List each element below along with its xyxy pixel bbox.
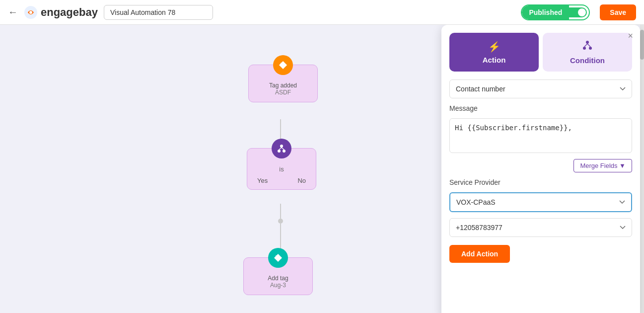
condition-is-label: is <box>257 165 306 173</box>
tag-added-sublabel: ASDF <box>257 89 309 96</box>
panel-close-button[interactable]: × <box>628 31 633 41</box>
yes-branch-label: Yes <box>257 177 268 184</box>
save-button[interactable]: Save <box>600 4 636 20</box>
panel-tabs: ⚡ Action Condition <box>441 25 640 72</box>
tab-action[interactable]: ⚡ Action <box>449 33 539 72</box>
add-tag-node[interactable]: Add tag Aug-3 <box>243 257 313 295</box>
tag-added-node[interactable]: Tag added ASDF <box>248 65 318 102</box>
add-tag-label: Add tag <box>252 275 304 282</box>
header: ← engagebay Published Save <box>0 0 644 25</box>
message-textarea[interactable]: Hi {{Subscriber.firstname}}, <box>449 118 632 153</box>
action-icon: ⚡ <box>488 41 501 53</box>
condition-node[interactable]: is Yes No <box>247 148 316 190</box>
svg-point-10 <box>280 145 283 148</box>
condition-tab-icon <box>582 40 593 53</box>
action-panel: × ⚡ Action Condition <box>441 25 640 313</box>
no-branch-label: No <box>297 177 306 184</box>
scrollbar-thumb <box>640 30 644 60</box>
logo-icon <box>24 5 38 19</box>
scrollbar-track[interactable] <box>640 25 644 313</box>
published-toggle[interactable] <box>569 7 587 17</box>
svg-point-12 <box>283 150 286 153</box>
back-button[interactable]: ← <box>8 6 18 18</box>
svg-line-19 <box>584 44 587 47</box>
svg-point-11 <box>278 150 281 153</box>
svg-point-1 <box>29 11 32 14</box>
add-tag-sublabel: Aug-3 <box>252 282 304 289</box>
automation-title-input[interactable] <box>104 5 213 20</box>
merge-fields-button[interactable]: Merge Fields ▼ <box>573 159 632 172</box>
tab-action-label: Action <box>483 56 506 64</box>
svg-point-18 <box>589 47 592 50</box>
contact-number-select[interactable]: Contact number Phone Mobile <box>449 79 632 98</box>
service-provider-label: Service Provider <box>449 178 632 186</box>
tag-added-icon <box>273 55 293 75</box>
canvas: + Tag added ASDF is <box>0 25 644 313</box>
add-tag-icon <box>268 248 288 268</box>
add-action-button[interactable]: Add Action <box>449 245 510 263</box>
condition-icon <box>272 139 291 158</box>
merge-fields-label: Merge Fields ▼ <box>580 162 626 169</box>
svg-point-15 <box>276 255 277 257</box>
tab-condition[interactable]: Condition <box>543 33 632 72</box>
toggle-knob <box>578 8 586 16</box>
logo-text: engagebay <box>41 6 98 19</box>
logo: engagebay <box>24 5 98 19</box>
svg-line-20 <box>587 44 590 47</box>
svg-line-13 <box>279 148 282 150</box>
svg-point-9 <box>281 63 282 64</box>
svg-line-14 <box>282 148 284 150</box>
phone-number-select[interactable]: +12058783977 +15551234567 <box>449 218 632 237</box>
tab-condition-label: Condition <box>570 56 605 65</box>
published-label: Published <box>522 5 569 19</box>
panel-body: Contact number Phone Mobile Message Hi {… <box>441 72 640 313</box>
message-field-label: Message <box>449 104 632 112</box>
svg-point-6 <box>278 219 283 224</box>
published-toggle-container: Published <box>521 4 590 20</box>
svg-point-16 <box>586 41 589 44</box>
svg-point-17 <box>583 47 586 50</box>
tag-added-label: Tag added <box>257 82 309 89</box>
service-provider-select[interactable]: VOX-CPaaS Twilio Nexmo <box>449 192 632 212</box>
